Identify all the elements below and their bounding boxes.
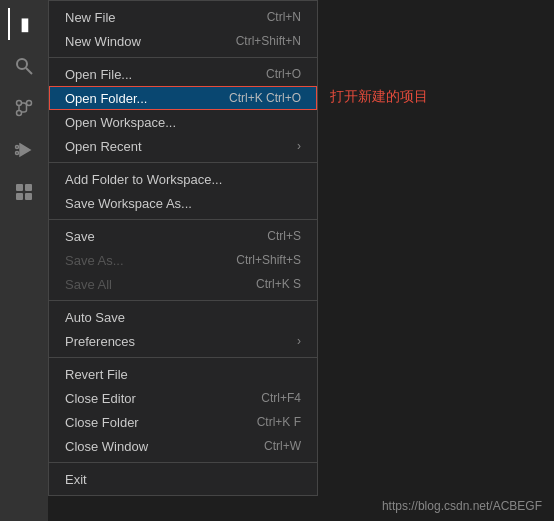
shortcut-close-folder: Ctrl+K F xyxy=(257,415,301,429)
menu-item-save-all: Save AllCtrl+K S xyxy=(49,272,317,296)
menu-item-open-workspace[interactable]: Open Workspace... xyxy=(49,110,317,134)
shortcut-close-editor: Ctrl+F4 xyxy=(261,391,301,405)
footer-url: https://blog.csdn.net/ACBEGF xyxy=(382,499,542,513)
menu-item-save[interactable]: SaveCtrl+S xyxy=(49,224,317,248)
menu-item-new-window[interactable]: New WindowCtrl+Shift+N xyxy=(49,29,317,53)
svg-point-3 xyxy=(27,101,32,106)
menu-label-close-editor: Close Editor xyxy=(65,391,241,406)
files-icon[interactable]: ▮ xyxy=(8,8,40,40)
annotation-text: 打开新建的项目 xyxy=(330,88,428,106)
menu-label-save-workspace-as: Save Workspace As... xyxy=(65,196,301,211)
menu-item-auto-save[interactable]: Auto Save xyxy=(49,305,317,329)
shortcut-save: Ctrl+S xyxy=(267,229,301,243)
menu-label-preferences: Preferences xyxy=(65,334,297,349)
search-icon[interactable] xyxy=(8,50,40,82)
menu-label-open-folder: Open Folder... xyxy=(65,91,209,106)
svg-point-2 xyxy=(17,101,22,106)
menu-item-close-window[interactable]: Close WindowCtrl+W xyxy=(49,434,317,458)
shortcut-save-as: Ctrl+Shift+S xyxy=(236,253,301,267)
shortcut-new-file: Ctrl+N xyxy=(267,10,301,24)
svg-point-4 xyxy=(17,111,22,116)
svg-point-0 xyxy=(17,59,27,69)
menu-label-save-all: Save All xyxy=(65,277,236,292)
separator xyxy=(49,357,317,358)
menu-item-new-file[interactable]: New FileCtrl+N xyxy=(49,5,317,29)
separator xyxy=(49,300,317,301)
svg-point-7 xyxy=(16,152,19,155)
shortcut-new-window: Ctrl+Shift+N xyxy=(236,34,301,48)
shortcut-save-all: Ctrl+K S xyxy=(256,277,301,291)
arrow-preferences: › xyxy=(297,334,301,348)
svg-rect-11 xyxy=(25,193,32,200)
extensions-icon[interactable] xyxy=(8,176,40,208)
svg-rect-8 xyxy=(16,184,23,191)
menu-label-auto-save: Auto Save xyxy=(65,310,301,325)
menu-label-close-folder: Close Folder xyxy=(65,415,237,430)
svg-rect-9 xyxy=(25,184,32,191)
menu-item-close-folder[interactable]: Close FolderCtrl+K F xyxy=(49,410,317,434)
menu-label-save: Save xyxy=(65,229,247,244)
menu-item-exit[interactable]: Exit xyxy=(49,467,317,491)
menu-item-close-editor[interactable]: Close EditorCtrl+F4 xyxy=(49,386,317,410)
menu-item-open-folder[interactable]: Open Folder...Ctrl+K Ctrl+O xyxy=(49,86,317,110)
separator xyxy=(49,462,317,463)
menu-item-save-as: Save As...Ctrl+Shift+S xyxy=(49,248,317,272)
shortcut-open-file: Ctrl+O xyxy=(266,67,301,81)
svg-line-1 xyxy=(26,68,32,74)
separator xyxy=(49,219,317,220)
menu-item-save-workspace-as[interactable]: Save Workspace As... xyxy=(49,191,317,215)
svg-rect-10 xyxy=(16,193,23,200)
svg-marker-5 xyxy=(20,144,30,156)
separator xyxy=(49,162,317,163)
menu-label-exit: Exit xyxy=(65,472,301,487)
sidebar: ▮ xyxy=(0,0,48,521)
shortcut-close-window: Ctrl+W xyxy=(264,439,301,453)
menu-label-revert-file: Revert File xyxy=(65,367,301,382)
menu-item-preferences[interactable]: Preferences› xyxy=(49,329,317,353)
menu-label-add-folder: Add Folder to Workspace... xyxy=(65,172,301,187)
menu-item-open-recent[interactable]: Open Recent› xyxy=(49,134,317,158)
arrow-open-recent: › xyxy=(297,139,301,153)
menu-item-revert-file[interactable]: Revert File xyxy=(49,362,317,386)
menu-label-open-workspace: Open Workspace... xyxy=(65,115,301,130)
menu-item-open-file[interactable]: Open File...Ctrl+O xyxy=(49,62,317,86)
file-menu: New FileCtrl+NNew WindowCtrl+Shift+NOpen… xyxy=(48,0,318,496)
menu-label-new-window: New Window xyxy=(65,34,216,49)
debug-icon[interactable] xyxy=(8,134,40,166)
svg-point-6 xyxy=(16,146,19,149)
menu-label-new-file: New File xyxy=(65,10,247,25)
separator xyxy=(49,57,317,58)
menu-label-save-as: Save As... xyxy=(65,253,216,268)
menu-label-open-file: Open File... xyxy=(65,67,246,82)
menu-item-add-folder[interactable]: Add Folder to Workspace... xyxy=(49,167,317,191)
git-icon[interactable] xyxy=(8,92,40,124)
shortcut-open-folder: Ctrl+K Ctrl+O xyxy=(229,91,301,105)
menu-label-close-window: Close Window xyxy=(65,439,244,454)
menu-label-open-recent: Open Recent xyxy=(65,139,297,154)
